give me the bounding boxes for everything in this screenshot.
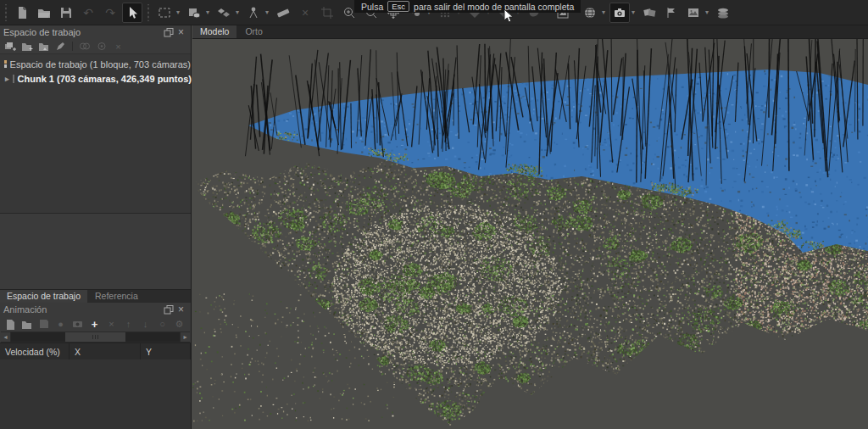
align-button[interactable] bbox=[95, 41, 108, 53]
add-photos-button[interactable] bbox=[20, 41, 33, 53]
move-region-button[interactable] bbox=[184, 3, 204, 23]
float-panel-icon[interactable] bbox=[162, 27, 175, 38]
move-down-button[interactable]: ↓ bbox=[139, 318, 152, 330]
flag-icon bbox=[665, 6, 678, 20]
toolbar-grip[interactable] bbox=[146, 4, 151, 21]
close-panel-icon[interactable]: × bbox=[175, 27, 187, 38]
rotate-region-button[interactable] bbox=[214, 3, 234, 23]
column-y[interactable]: Y bbox=[141, 343, 191, 359]
chunk-label: Chunk 1 (703 cámaras, 426,349 puntos) [R… bbox=[18, 74, 208, 84]
delete-button[interactable]: × bbox=[295, 3, 315, 23]
animation-open-button[interactable] bbox=[20, 318, 33, 330]
remove-item-button[interactable]: × bbox=[112, 41, 125, 53]
show-photos-button[interactable] bbox=[639, 3, 659, 23]
undo-icon: ↶ bbox=[83, 6, 93, 20]
add-marker-icon bbox=[55, 41, 67, 52]
float-panel-icon[interactable] bbox=[162, 304, 175, 315]
animation-new-button[interactable] bbox=[3, 318, 16, 330]
crop-button[interactable] bbox=[317, 3, 337, 23]
mouse-cursor-icon bbox=[504, 8, 515, 25]
merge-icon bbox=[79, 41, 91, 52]
tab-ortho[interactable]: Orto bbox=[237, 25, 270, 38]
redo-icon: ↷ bbox=[105, 6, 115, 20]
add-marker-button[interactable] bbox=[54, 41, 67, 53]
rectangle-selection-icon bbox=[158, 6, 171, 20]
capture-button[interactable] bbox=[71, 318, 84, 330]
marker-tool-button[interactable] bbox=[243, 3, 264, 23]
add-keyframe-button[interactable]: + bbox=[88, 318, 101, 330]
camera-icon bbox=[613, 6, 626, 20]
scroll-right-icon[interactable]: ▸ bbox=[181, 332, 190, 342]
globe-button[interactable] bbox=[580, 3, 600, 23]
flag-button[interactable] bbox=[661, 3, 682, 23]
animation-table-header: Velocidad (%) X Y bbox=[0, 343, 191, 359]
scroll-left-icon[interactable]: ◂ bbox=[1, 332, 10, 342]
record-button[interactable]: ● bbox=[54, 318, 67, 330]
image-icon bbox=[687, 6, 700, 20]
column-x[interactable]: X bbox=[70, 343, 141, 359]
merge-button[interactable] bbox=[78, 41, 91, 53]
globe-dropdown[interactable]: ▾ bbox=[599, 3, 608, 23]
loop-button[interactable]: ○ bbox=[156, 318, 169, 330]
rectangle-selection-button[interactable] bbox=[154, 3, 175, 23]
add-chunk-button[interactable] bbox=[3, 41, 16, 53]
tab-workspace[interactable]: Espacio de trabajo bbox=[0, 290, 87, 303]
export-image-dropdown[interactable]: ▾ bbox=[703, 3, 711, 23]
expander-icon[interactable]: ▸ bbox=[5, 75, 9, 83]
rectangle-selection-dropdown[interactable]: ▾ bbox=[174, 3, 182, 23]
add-photos-icon bbox=[21, 41, 33, 52]
ruler-icon bbox=[276, 6, 290, 20]
show-cameras-button[interactable] bbox=[609, 3, 630, 23]
undo-button[interactable]: ↶ bbox=[78, 3, 98, 23]
column-speed[interactable]: Velocidad (%) bbox=[0, 343, 70, 359]
new-document-icon bbox=[15, 6, 29, 20]
add-folder-button[interactable] bbox=[37, 41, 50, 53]
ruler-button[interactable] bbox=[273, 3, 293, 23]
save-icon bbox=[39, 319, 49, 329]
esc-key-badge: Esc bbox=[387, 1, 409, 12]
rotate-region-dropdown[interactable]: ▾ bbox=[233, 3, 242, 23]
point-cloud-canvas[interactable] bbox=[192, 39, 868, 429]
close-panel-icon[interactable]: × bbox=[175, 304, 187, 315]
redo-button[interactable]: ↷ bbox=[100, 3, 120, 23]
open-folder-icon bbox=[37, 6, 51, 20]
workspace-root-label: Espacio de trabajo (1 bloque, 703 cámara… bbox=[10, 59, 191, 70]
chunk-checkbox[interactable] bbox=[13, 75, 14, 83]
tooltip-suffix: para salir del modo de pantalla completa bbox=[414, 2, 574, 12]
rotate-region-icon bbox=[217, 6, 231, 20]
workspace-panel-header: Espacio de trabajo × bbox=[0, 25, 191, 39]
new-document-icon bbox=[5, 319, 15, 330]
workspace-root-row[interactable]: Espacio de trabajo (1 bloque, 703 cámara… bbox=[0, 57, 191, 71]
animation-panel-title: Animación bbox=[3, 304, 47, 315]
tab-model[interactable]: Modelo bbox=[192, 25, 236, 38]
show-cameras-dropdown[interactable]: ▾ bbox=[629, 3, 637, 23]
open-project-button[interactable] bbox=[34, 3, 54, 23]
marker-tool-dropdown[interactable]: ▾ bbox=[263, 3, 271, 23]
arrow-up-icon: ↑ bbox=[126, 319, 131, 329]
export-image-button[interactable] bbox=[683, 3, 704, 23]
selection-cursor-button[interactable] bbox=[122, 3, 142, 23]
animation-settings-button[interactable]: ⚙ bbox=[173, 318, 186, 330]
move-region-icon bbox=[187, 6, 201, 20]
layers-icon bbox=[716, 6, 730, 20]
gear-icon: ⚙ bbox=[175, 319, 184, 330]
toolbar-grip[interactable] bbox=[3, 4, 8, 21]
save-project-button[interactable] bbox=[56, 3, 76, 23]
chunk-row[interactable]: ▸ Chunk 1 (703 cámaras, 426,349 puntos) … bbox=[0, 71, 191, 86]
workspace-panel-title: Espacio de trabajo bbox=[3, 27, 81, 37]
new-project-button[interactable] bbox=[12, 3, 32, 23]
animation-scrollbar[interactable]: ◂ ▸ bbox=[1, 332, 190, 343]
animation-toolbar: ● + × ↑ ↓ ○ ⚙ bbox=[0, 316, 191, 332]
scrollbar-handle[interactable] bbox=[65, 332, 125, 342]
layers-button[interactable] bbox=[713, 3, 733, 23]
delete-icon: × bbox=[302, 6, 309, 20]
tab-reference[interactable]: Referencia bbox=[88, 290, 145, 303]
remove-keyframe-button[interactable]: × bbox=[105, 318, 118, 330]
globe-icon bbox=[583, 6, 597, 20]
camera-icon bbox=[72, 319, 83, 329]
tooltip-prefix: Pulsa bbox=[361, 2, 383, 12]
move-region-dropdown[interactable]: ▾ bbox=[203, 3, 212, 23]
save-icon bbox=[59, 6, 73, 20]
move-up-button[interactable]: ↑ bbox=[122, 318, 135, 330]
animation-save-button[interactable] bbox=[37, 318, 50, 330]
